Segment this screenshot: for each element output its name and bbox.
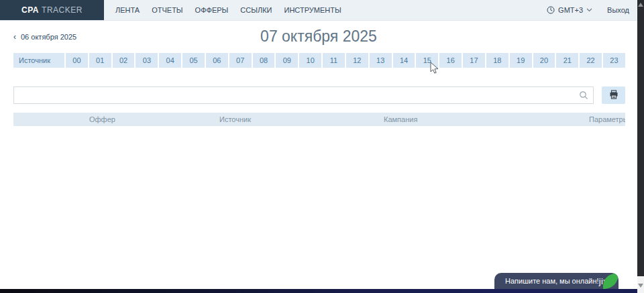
hour-cell: 06	[205, 53, 228, 68]
hour-cell: 00	[64, 53, 88, 68]
hour-cell: 22	[578, 53, 602, 68]
hour-cell: 19	[508, 53, 532, 68]
hour-cell: 15	[415, 53, 438, 68]
logout-link[interactable]: Выход	[607, 6, 629, 14]
column-header-params: Параметры	[589, 115, 625, 123]
scrollbar-down-arrow-icon[interactable]	[638, 284, 643, 288]
menu-item-ssylki[interactable]: ССЫЛКИ	[240, 6, 272, 14]
hour-cells: 0001020304050607080910111213141516171819…	[64, 53, 625, 68]
page-title: 07 октября 2025	[0, 27, 637, 46]
hour-cell: 09	[274, 53, 298, 68]
hours-header-row: Источник 0001020304050607080910111213141…	[13, 53, 625, 68]
timezone-selector[interactable]: GMT+3	[547, 6, 592, 14]
hour-cell: 21	[555, 53, 578, 68]
hour-cell: 23	[602, 53, 625, 68]
brand-bold-text: CPA	[21, 5, 39, 15]
hour-cell: 16	[438, 53, 462, 68]
hour-cell: 03	[134, 53, 158, 68]
print-button[interactable]	[602, 86, 625, 104]
results-table-header: Оффер Источник Кампания Параметры	[13, 113, 625, 126]
chat-message: Напишите нам, мы онлайн!	[494, 277, 599, 285]
hour-cell: 14	[392, 53, 415, 68]
hour-cell: 17	[462, 53, 485, 68]
chevron-down-icon	[586, 8, 592, 12]
navbar-right: GMT+3 Выход	[547, 0, 637, 20]
top-navbar: CPA TRACKER ЛЕНТА ОТЧЕТЫ ОФФЕРЫ ССЫЛКИ И…	[0, 0, 637, 21]
hour-cell: 13	[368, 53, 392, 68]
hour-cell: 05	[181, 53, 205, 68]
hour-cell: 02	[111, 53, 135, 68]
menu-item-offery[interactable]: ОФФЕРЫ	[195, 6, 229, 14]
scrollbar-up-arrow-icon[interactable]	[638, 3, 643, 7]
menu-item-otchety[interactable]: ОТЧЕТЫ	[152, 6, 182, 14]
search-input[interactable]	[13, 86, 594, 104]
brand-logo[interactable]: CPA TRACKER	[0, 0, 104, 20]
hour-cell: 18	[485, 53, 508, 68]
hour-cell: 07	[228, 53, 252, 68]
main-menu: ЛЕНТА ОТЧЕТЫ ОФФЕРЫ ССЫЛКИ ИНСТРУМЕНТЫ	[115, 0, 341, 20]
scrollbar-thumb[interactable]	[637, 0, 644, 276]
chat-widget[interactable]: Напишите нам, мы онлайн! jivo	[494, 273, 619, 289]
brand-rest-text: TRACKER	[42, 5, 83, 15]
background-window-strip	[0, 289, 644, 293]
printer-icon	[609, 90, 619, 101]
page: CPA TRACKER ЛЕНТА ОТЧЕТЫ ОФФЕРЫ ССЫЛКИ И…	[0, 0, 644, 293]
search-container	[13, 86, 594, 104]
vertical-scrollbar[interactable]	[637, 0, 644, 293]
hour-cell: 04	[158, 53, 181, 68]
column-header-offer: Оффер	[89, 115, 219, 123]
hour-cell: 10	[298, 53, 321, 68]
hour-cell: 08	[252, 53, 275, 68]
column-header-source: Источник	[219, 115, 384, 123]
clock-icon	[547, 6, 555, 14]
menu-item-lenta[interactable]: ЛЕНТА	[115, 6, 140, 14]
timezone-value: GMT+3	[558, 6, 583, 14]
hour-cell: 20	[532, 53, 555, 68]
column-header-campaign: Кампания	[384, 115, 589, 123]
hour-cell: 11	[321, 53, 345, 68]
hour-cell: 12	[345, 53, 368, 68]
leaf-icon	[601, 273, 619, 289]
hour-cell: 01	[88, 53, 111, 68]
source-column-header: Источник	[13, 53, 64, 68]
menu-item-instrumenty[interactable]: ИНСТРУМЕНТЫ	[284, 6, 341, 14]
